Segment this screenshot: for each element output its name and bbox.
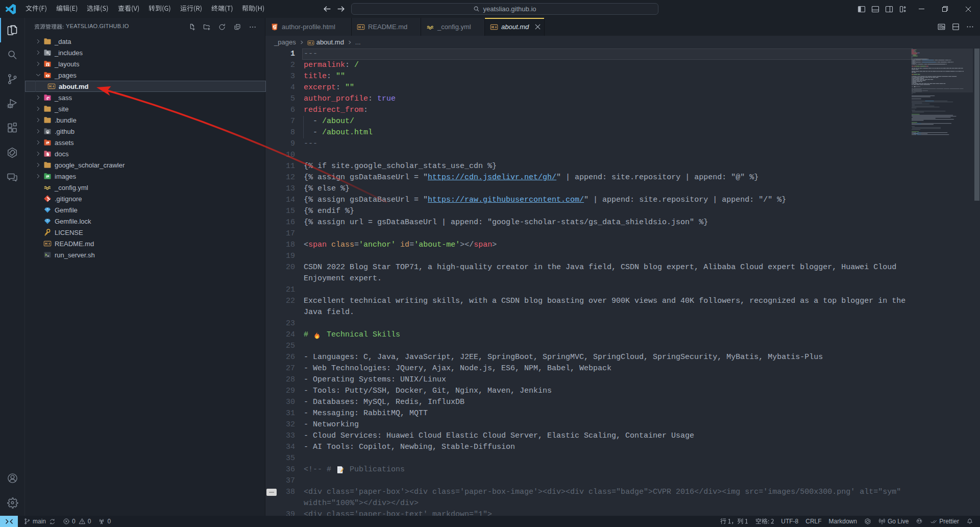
status-branch[interactable]: main [20, 516, 59, 527]
status-eol[interactable]: CRLF [802, 516, 825, 527]
activity-accounts[interactable] [0, 466, 24, 490]
code-line: - Tools: Putty/SSH, Docker, Git, Nginx, … [304, 386, 552, 397]
window-restore-button[interactable] [933, 0, 957, 18]
tree-item-images[interactable]: images [25, 171, 266, 182]
command-center-search[interactable]: yeatsliao.github.io [351, 3, 658, 15]
tab-_config.yml[interactable]: _config.yml [421, 18, 485, 36]
collapse-all-button[interactable] [232, 22, 242, 32]
chevron-right-icon [34, 49, 42, 57]
menu-help[interactable] [237, 3, 269, 16]
window-minimize-button[interactable] [910, 0, 933, 18]
activity-search[interactable] [0, 42, 24, 67]
status-cursor-position[interactable] [717, 516, 752, 527]
tree-item-.gitignore[interactable]: .gitignore [25, 193, 266, 204]
toggle-panel-icon[interactable] [871, 5, 880, 14]
tree-item-.github[interactable]: .github [25, 126, 266, 137]
more-button[interactable] [248, 22, 258, 32]
tab-close-icon[interactable] [534, 22, 541, 32]
code-line: Enjoyment expert. [304, 273, 382, 284]
more-actions-button[interactable] [964, 21, 976, 33]
menu-terminal[interactable] [207, 3, 238, 16]
tree-item-assets[interactable]: assets [25, 137, 266, 148]
tab-README.md[interactable]: README.md [352, 18, 421, 36]
menu-view[interactable] [113, 3, 144, 16]
tree-item-_sass[interactable]: _sass [25, 92, 266, 103]
activity-settings[interactable] [0, 490, 24, 515]
refresh-button[interactable] [217, 22, 227, 32]
nav-back-button[interactable] [321, 3, 334, 16]
menu-selection[interactable] [82, 3, 113, 16]
status-copilot[interactable] [912, 516, 926, 527]
tree-item-_layouts[interactable]: _layouts [25, 58, 266, 69]
menu-go[interactable] [144, 3, 176, 16]
breadcrumb-...[interactable]: ... [355, 38, 361, 46]
tree-item-LICENSE[interactable]: LICENSE [25, 227, 266, 238]
code-line: {% assign gsDataBaseUrl = "https://cdn.j… [304, 172, 758, 183]
tree-item-docs[interactable]: docs [25, 148, 266, 159]
status-language-mode[interactable]: Markdown [825, 516, 861, 527]
code-token: Java field. [304, 308, 354, 317]
breadcrumbs[interactable]: _pagesabout.md... [265, 36, 980, 49]
tree-item-.bundle[interactable]: .bundle [25, 114, 266, 126]
tree-item-README.md[interactable]: README.md [25, 238, 266, 249]
customize-layout-icon[interactable] [898, 5, 908, 14]
tree-item-_site[interactable]: _site [25, 103, 266, 114]
code-token [396, 241, 400, 249]
activity-ai-assistant[interactable] [0, 140, 24, 165]
tree-item-_includes[interactable]: _includes [25, 47, 266, 58]
tree-item-run_server.sh[interactable]: run_server.sh [25, 249, 266, 260]
menu-file[interactable] [21, 3, 52, 16]
status-encoding[interactable]: UTF-8 [777, 516, 802, 527]
status-ports[interactable]: 0 [94, 516, 114, 527]
tree-item-_data[interactable]: _data [25, 36, 266, 47]
breadcrumb-pages[interactable]: _pages [274, 38, 296, 46]
tree-item-google_scholar_crawler[interactable]: google_scholar_crawler [25, 159, 266, 171]
activity-source-control[interactable] [0, 67, 24, 91]
code-token: permalink [304, 61, 345, 69]
code-token: - AI Tools: Copilot, Newbing, Stable-Dif… [304, 443, 515, 451]
tree-item-_config.yml[interactable]: _config.yml [25, 182, 266, 193]
remote-icon [5, 517, 13, 525]
chevron-right-icon [34, 60, 42, 68]
nav-forward-button[interactable] [334, 3, 347, 16]
new-file-button[interactable] [186, 22, 197, 32]
tab-author-profile.html[interactable]: author-profile.html [265, 18, 352, 36]
tree-item-label: images [55, 173, 76, 180]
status-indentation[interactable] [752, 516, 778, 527]
split-editor-button[interactable] [949, 21, 962, 33]
line-number: 6 [265, 105, 295, 116]
status-ai-status[interactable] [861, 516, 875, 527]
tree-item-about.md[interactable]: about.md [25, 81, 266, 92]
status-go-live[interactable]: Go Live [875, 516, 912, 527]
code-editor[interactable]: 1---2permalink: /3title: ""4excerpt: ""5… [265, 49, 980, 516]
status-remote[interactable] [0, 516, 18, 527]
menu-run[interactable] [176, 3, 207, 16]
tab-about.md[interactable]: about.md [485, 18, 545, 36]
breadcrumb-about.md[interactable]: about.md [307, 38, 344, 46]
new-folder-button[interactable] [202, 22, 212, 32]
menu-edit[interactable] [52, 3, 82, 16]
activity-extensions[interactable] [0, 116, 24, 140]
status-problems[interactable]: 00 [59, 516, 94, 527]
tree-item-Gemfile[interactable]: Gemfile [25, 204, 266, 215]
folder-images-icon [43, 172, 52, 180]
toggle-sidebar-icon[interactable] [857, 5, 866, 14]
window-close-button[interactable] [957, 0, 980, 18]
activity-run-debug[interactable] [0, 91, 24, 116]
status-label [755, 518, 774, 525]
open-preview-button[interactable] [935, 21, 947, 33]
status-notifications[interactable] [963, 516, 977, 527]
image-preview-gutter-widget[interactable] [266, 489, 277, 496]
chevron-right-icon [34, 105, 42, 113]
toggle-secondary-sidebar-icon[interactable] [885, 5, 894, 14]
code-line: - Cloud Services: Huawei Cloud Elastic C… [304, 430, 694, 442]
code-token: {% endif %} [304, 207, 354, 215]
tree-item-_pages[interactable]: _pages [25, 69, 266, 81]
activity-explorer[interactable] [0, 18, 24, 42]
code-token [327, 241, 331, 249]
status-prettier[interactable]: Prettier [926, 516, 963, 527]
scrollbar[interactable] [974, 49, 979, 201]
tree-item-Gemfile.lock[interactable]: Gemfile.lock [25, 215, 266, 227]
activity-chat[interactable] [0, 165, 24, 189]
minimap-slider[interactable] [912, 49, 973, 92]
